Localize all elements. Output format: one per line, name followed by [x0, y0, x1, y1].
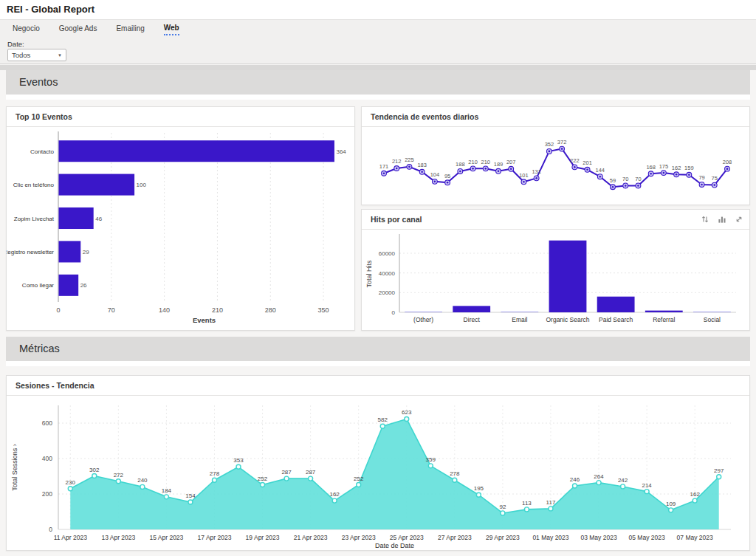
- svg-text:162: 162: [672, 165, 681, 171]
- svg-text:183: 183: [417, 162, 427, 168]
- svg-text:21 Apr 2023: 21 Apr 2023: [294, 534, 328, 541]
- tendencia-eventos-line-chart[interactable]: 1712122251831049518821021018920710113135…: [362, 127, 749, 205]
- svg-text:70: 70: [108, 306, 115, 314]
- svg-text:01 May 2023: 01 May 2023: [532, 534, 568, 541]
- svg-text:278: 278: [210, 470, 220, 477]
- svg-text:20000: 20000: [379, 289, 396, 296]
- chevron-down-icon: ▼: [58, 53, 62, 58]
- tab-web[interactable]: Web: [154, 20, 189, 38]
- svg-text:117: 117: [546, 499, 556, 506]
- bar-chart-icon[interactable]: [718, 215, 726, 224]
- svg-text:Clic en teléfono: Clic en teléfono: [13, 182, 55, 188]
- hits-por-canal-bar-chart[interactable]: 0200004000060000(Other)DirectEmailOrgani…: [362, 230, 749, 330]
- svg-text:210: 210: [212, 306, 223, 314]
- svg-text:240: 240: [137, 477, 148, 484]
- svg-text:230: 230: [66, 479, 76, 486]
- svg-text:252: 252: [258, 476, 268, 482]
- svg-text:200: 200: [42, 490, 52, 498]
- svg-text:95: 95: [444, 173, 450, 179]
- svg-text:29: 29: [83, 249, 89, 255]
- section-separator: [0, 65, 756, 70]
- svg-text:60000: 60000: [379, 250, 396, 257]
- svg-text:Total Sessions ›: Total Sessions ›: [11, 444, 18, 491]
- svg-text:17 Apr 2023: 17 Apr 2023: [198, 534, 232, 541]
- svg-text:189: 189: [494, 161, 504, 168]
- swap-axes-icon[interactable]: [701, 215, 709, 224]
- svg-text:Contacto: Contacto: [30, 148, 55, 155]
- svg-text:Date de Date: Date de Date: [375, 542, 414, 549]
- svg-text:210: 210: [468, 159, 478, 165]
- svg-text:184: 184: [162, 487, 172, 494]
- svg-text:23 Apr 2023: 23 Apr 2023: [342, 534, 376, 541]
- svg-text:372: 372: [557, 139, 567, 145]
- svg-text:101: 101: [519, 172, 529, 179]
- tab-negocio[interactable]: Negocio: [3, 20, 49, 38]
- svg-text:Events: Events: [193, 316, 216, 324]
- svg-text:Paid Search: Paid Search: [599, 316, 633, 323]
- svg-text:278: 278: [450, 470, 460, 477]
- svg-text:140: 140: [159, 306, 170, 314]
- svg-text:40000: 40000: [379, 270, 396, 277]
- svg-text:26: 26: [80, 282, 87, 289]
- svg-text:131: 131: [532, 168, 541, 175]
- svg-text:168: 168: [646, 164, 656, 171]
- svg-text:272: 272: [114, 472, 124, 478]
- top-10-eventos-bar-chart[interactable]: 070140210280350364Contacto100Clic en tel…: [7, 127, 354, 330]
- svg-text:29 Apr 2023: 29 Apr 2023: [486, 534, 520, 541]
- svg-text:207: 207: [506, 159, 516, 165]
- sesiones-tendencia-area-chart[interactable]: 0200400600230302272240184154278353252287…: [7, 396, 749, 550]
- svg-text:280: 280: [265, 306, 276, 314]
- panel-title-top-10-eventos: Top 10 Eventos: [7, 107, 354, 127]
- section-header-metricas: Métricas: [6, 337, 750, 361]
- tab-bar: Negocio Google Ads Emailing Web: [0, 19, 756, 37]
- svg-text:Registro newsletter: Registro newsletter: [7, 249, 54, 255]
- svg-text:Referral: Referral: [653, 316, 675, 323]
- title-bar: REI - Global Report: [0, 0, 756, 19]
- svg-text:201: 201: [583, 159, 592, 166]
- svg-text:302: 302: [89, 467, 100, 473]
- svg-text:162: 162: [329, 491, 340, 498]
- svg-text:59: 59: [610, 177, 616, 184]
- svg-text:70: 70: [635, 176, 641, 182]
- section-spacer: [6, 95, 750, 100]
- svg-text:Social: Social: [704, 316, 721, 323]
- svg-text:79: 79: [698, 174, 704, 181]
- page-title: REI - Global Report: [7, 4, 94, 15]
- svg-text:210: 210: [481, 159, 491, 165]
- panel-hits-por-canal: Hits por canal 0200004000060000(Other)Di…: [361, 209, 750, 331]
- svg-text:246: 246: [570, 476, 580, 483]
- svg-text:222: 222: [570, 157, 580, 164]
- panel-title-sesiones-tendencia: Sesiones - Tendencia: [7, 376, 749, 396]
- svg-text:350: 350: [318, 306, 329, 314]
- svg-text:242: 242: [618, 477, 628, 484]
- expand-icon[interactable]: [735, 215, 743, 224]
- svg-text:600: 600: [42, 419, 52, 427]
- svg-text:225: 225: [405, 157, 414, 163]
- svg-text:188: 188: [456, 161, 465, 168]
- svg-text:623: 623: [402, 409, 412, 416]
- svg-text:208: 208: [723, 159, 732, 165]
- tab-emailing[interactable]: Emailing: [106, 20, 154, 38]
- panel-top-10-eventos: Top 10 Eventos 070140210280350364Contact…: [6, 106, 355, 331]
- svg-text:144: 144: [596, 167, 605, 174]
- svg-text:0: 0: [392, 309, 396, 316]
- svg-text:Como llegar: Como llegar: [22, 282, 54, 289]
- section-header-eventos: Eventos: [6, 70, 750, 95]
- svg-text:287: 287: [281, 469, 292, 476]
- svg-text:214: 214: [642, 482, 652, 489]
- svg-text:13 Apr 2023: 13 Apr 2023: [101, 534, 135, 541]
- svg-text:400: 400: [42, 455, 52, 462]
- svg-text:252: 252: [354, 476, 364, 482]
- svg-text:162: 162: [690, 491, 701, 498]
- svg-text:264: 264: [594, 473, 604, 480]
- svg-text:171: 171: [379, 163, 389, 170]
- svg-text:154: 154: [185, 492, 196, 499]
- tab-google-ads[interactable]: Google Ads: [49, 20, 107, 38]
- svg-text:19 Apr 2023: 19 Apr 2023: [246, 534, 280, 541]
- svg-text:Email: Email: [512, 316, 527, 323]
- panel-toolbar: [701, 215, 743, 224]
- svg-text:0: 0: [56, 306, 60, 314]
- svg-text:75: 75: [712, 175, 718, 182]
- date-filter-select[interactable]: Todos ▼: [7, 49, 66, 61]
- panel-title-tendencia-eventos: Tendencia de eventos diarios: [362, 107, 749, 127]
